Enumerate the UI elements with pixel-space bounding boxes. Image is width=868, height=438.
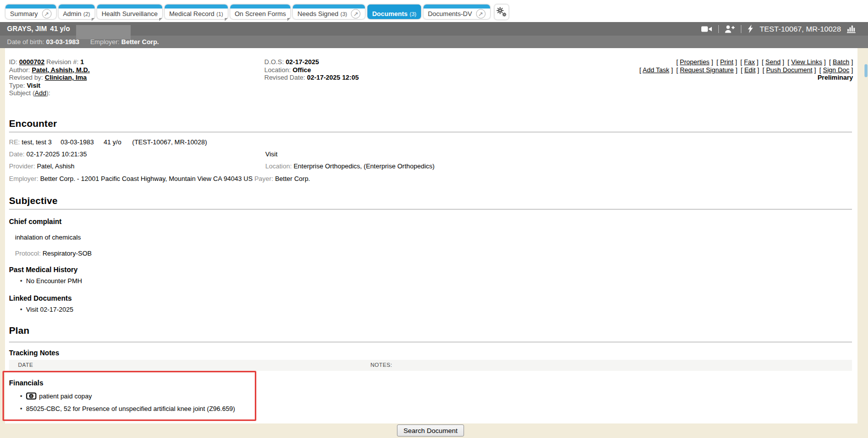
settings-cogs-button[interactable]: [495, 5, 509, 20]
revised-date-label: Revised Date:: [264, 74, 305, 81]
revised-by-link[interactable]: Clinician, Ima: [45, 74, 87, 81]
scrollbar-thumb[interactable]: [864, 64, 867, 77]
bar-chart-icon[interactable]: [847, 25, 857, 33]
document-meta-left: ID: 0000702 Revision #: 1 Author: Patel,…: [9, 58, 90, 97]
properties-link[interactable]: Properties: [680, 58, 709, 66]
pmh-item-text: No Encounter PMH: [26, 277, 82, 285]
tab-bar: Summary ↗ Admin (2) Health Surveillance …: [0, 0, 868, 22]
patient-age: 41 y/o: [50, 22, 70, 36]
dropdown-fold-icon: [159, 18, 162, 21]
author-link[interactable]: Patel, Ashish, M.D.: [32, 66, 90, 74]
print-link[interactable]: Print: [720, 58, 733, 66]
bullet-icon: [20, 277, 26, 285]
dropdown-fold-icon: [225, 18, 228, 21]
tab-health-surveillance[interactable]: Health Surveillance: [97, 5, 162, 19]
tab-cap: [230, 5, 291, 9]
bullet-icon: [20, 392, 26, 400]
encounter-provider-row: Provider: Patel, Ashish: [9, 162, 75, 170]
chief-complaint-heading: Chief complaint: [9, 217, 62, 226]
dropdown-fold-icon: [92, 18, 95, 21]
payer-value: Better Corp.: [275, 175, 310, 182]
financial-list-item: 85025-CBC, 52 for Presence of unspecifie…: [20, 405, 235, 412]
dob-label: Date of birth:: [7, 38, 44, 46]
bullet-icon: [20, 306, 26, 313]
chief-complaint-text: inhalation of chemicals: [15, 234, 81, 241]
patient-toolbar: TEST-10067, MR-10028: [701, 22, 857, 36]
document-actions: Properties Print Fax Send View Links Bat…: [638, 58, 853, 82]
document-id-link[interactable]: 0000702: [19, 58, 45, 66]
financials-heading: Financials: [9, 379, 43, 387]
popout-icon[interactable]: ↗: [351, 9, 360, 19]
tab-cap: [6, 5, 56, 9]
encounter-date-row: Date: 02-17-2025 10:21:35: [9, 150, 87, 158]
send-link[interactable]: Send: [765, 58, 780, 66]
tab-label: Health Surveillance: [102, 10, 158, 18]
financial-item-text: patient paid copay: [39, 392, 92, 400]
tab-needs-signed[interactable]: Needs Signed (3) ↗: [293, 5, 365, 19]
app-window: Summary ↗ Admin (2) Health Surveillance …: [0, 0, 868, 438]
column-header-date: DATE: [18, 362, 33, 368]
tab-count-badge: (3): [409, 11, 416, 17]
tab-label: Documents: [372, 10, 407, 18]
location-value: Office: [292, 66, 311, 74]
edit-link[interactable]: Edit: [744, 66, 755, 74]
employer-value: Better Corp.: [121, 38, 159, 46]
subject-add-link[interactable]: Add: [35, 89, 46, 97]
sign-doc-link[interactable]: Sign Doc: [823, 66, 849, 74]
dos-label: D.O.S:: [264, 58, 284, 66]
view-links-link[interactable]: View Links: [791, 58, 822, 66]
tab-label: Documents-DV: [428, 10, 472, 18]
lightning-icon[interactable]: [747, 25, 753, 33]
revised-date-value: 02-17-2025 12:05: [307, 74, 358, 81]
popout-icon[interactable]: ↗: [476, 9, 486, 19]
divider: [741, 25, 741, 33]
tab-summary[interactable]: Summary ↗: [6, 5, 56, 19]
dob-value: 03-03-1983: [46, 38, 80, 46]
dropdown-fold-icon: [287, 18, 290, 21]
search-document-button[interactable]: Search Document: [397, 424, 464, 436]
svg-text:0: 0: [30, 394, 32, 398]
add-task-link[interactable]: Add Task: [643, 66, 669, 74]
tab-admin[interactable]: Admin (2): [59, 5, 95, 19]
linked-document-item: Visit 02-17-2025: [20, 306, 73, 313]
date-label: Date:: [9, 150, 25, 158]
revised-by-label: Revised by:: [9, 74, 43, 81]
encounter-location-value: Enterprise Orthopedics, (Enterprise Orth…: [293, 162, 435, 170]
tab-cap: [293, 5, 365, 9]
tab-documents-dv[interactable]: Documents-DV ↗: [423, 5, 490, 19]
tab-cap: [59, 5, 95, 9]
video-camera-icon[interactable]: [701, 25, 712, 33]
section-divider: [9, 132, 852, 132]
tab-label: On Screen Forms: [235, 10, 286, 18]
add-user-icon[interactable]: [725, 25, 735, 33]
actions-row-1: Properties Print Fax Send View Links Bat…: [638, 58, 853, 66]
employer-label: Employer:: [90, 38, 120, 46]
encounter-employer-value: Better Corp. - 12001 Pacific Coast Highw…: [40, 175, 252, 182]
tab-cap: [97, 5, 162, 9]
tab-label: Medical Record: [169, 10, 214, 18]
push-document-link[interactable]: Push Document: [766, 66, 812, 74]
request-signature-link[interactable]: Request Signature: [680, 66, 734, 74]
linked-documents-heading: Linked Documents: [9, 294, 72, 302]
tab-documents[interactable]: Documents (3): [367, 5, 420, 19]
re-record-ids: (TEST-10067, MR-10028): [132, 138, 207, 146]
tab-medical-record[interactable]: Medical Record (1): [165, 5, 228, 19]
encounter-location-row: Location: Enterprise Orthopedics, (Enter…: [265, 162, 435, 170]
tracking-notes-header-row: DATE NOTES:: [9, 360, 852, 371]
subject-label: Subject (: [9, 89, 35, 97]
bullet-icon: [20, 405, 26, 412]
subjective-heading: Subjective: [9, 195, 58, 206]
popout-icon[interactable]: ↗: [42, 9, 52, 19]
pmh-list-item: No Encounter PMH: [20, 277, 82, 285]
tab-label: Admin: [63, 10, 82, 18]
pmh-heading: Past Medical History: [9, 266, 78, 274]
financial-item-text: 85025-CBC, 52 for Presence of unspecifie…: [26, 405, 235, 412]
fax-link[interactable]: Fax: [744, 58, 755, 66]
protocol-value: Respiratory-SOB: [43, 250, 92, 257]
tab-count-badge: (1): [216, 11, 223, 17]
tab-on-screen-forms[interactable]: On Screen Forms: [230, 5, 291, 19]
payer-label: Payer:: [254, 175, 273, 182]
batch-link[interactable]: Batch: [833, 58, 849, 66]
tab-cap: [165, 5, 228, 9]
encounter-re-row: RE: test, test 3 03-03-1983 41 y/o (TEST…: [9, 138, 207, 146]
